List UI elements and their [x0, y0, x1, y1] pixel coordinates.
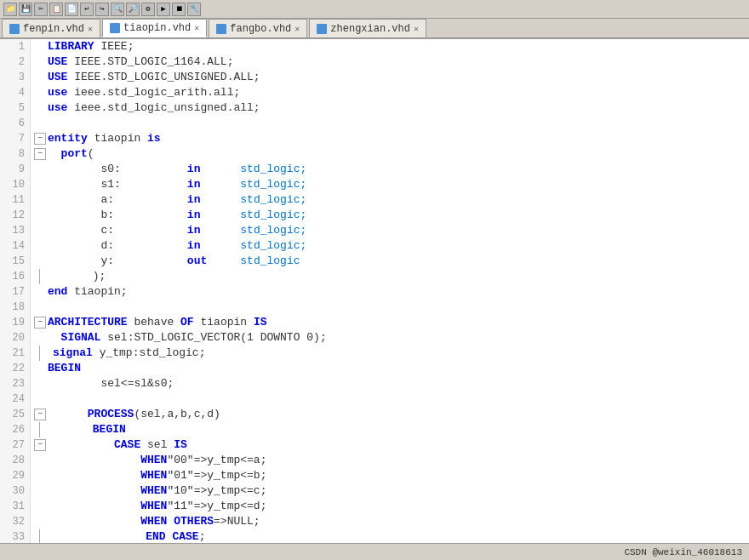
tab-close-button[interactable]: ✕: [414, 24, 419, 34]
line-number: 13: [0, 223, 30, 238]
code-line: LIBRARY IEEE;: [34, 39, 746, 54]
code-content: LIBRARY IEEE;: [48, 39, 134, 54]
code-content: WHEN OTHERS=>NULL;: [48, 514, 260, 529]
code-content: CASE sel IS: [48, 437, 187, 453]
code-line: USE IEEE.STD_LOGIC_1164.ALL;: [34, 54, 746, 70]
line-number: 8: [0, 146, 30, 162]
code-line: [34, 391, 746, 407]
tab-label: zhengxian.vhd: [330, 23, 410, 35]
line-number: 17: [0, 284, 30, 300]
line-number: 10: [0, 177, 30, 192]
line-number: 6: [0, 116, 30, 131]
tab-fangbo.vhd[interactable]: fangbo.vhd✕: [209, 19, 307, 37]
toolbar: 📁 💾 ✂ 📋 📄 ↩ ↪ 🔍 🔎 ⚙ ▶ ⏹ 🔧: [0, 0, 749, 19]
toolbar-icon-12[interactable]: ⏹: [172, 3, 186, 16]
code-content: USE IEEE.STD_LOGIC_1164.ALL;: [48, 54, 233, 70]
tab-close-button[interactable]: ✕: [194, 23, 199, 33]
toolbar-icon-3[interactable]: ✂: [34, 3, 48, 16]
toolbar-icon-2[interactable]: 💾: [19, 3, 32, 16]
line-number: 31: [0, 499, 30, 514]
toolbar-icon-7[interactable]: ↪: [95, 3, 109, 16]
line-number: 33: [0, 529, 30, 543]
fold-collapse-button[interactable]: −: [34, 409, 46, 420]
code-line: s1: in std_logic;: [34, 177, 746, 192]
statusbar: CSDN @weixin_46018613: [0, 543, 749, 560]
line-numbers: 1234567891011121314151617181920212223242…: [0, 39, 31, 543]
tabs-bar: fenpin.vhd✕tiaopin.vhd✕fangbo.vhd✕zhengx…: [0, 19, 749, 39]
code-line: c: in std_logic;: [34, 223, 746, 238]
toolbar-icon-1[interactable]: 📁: [3, 3, 17, 16]
code-line: [34, 300, 746, 315]
code-content: BEGIN: [53, 422, 126, 437]
code-content: SIGNAL sel:STD_LOGIC_VECTOR(1 DOWNTO 0);: [48, 330, 327, 346]
fold-collapse-button[interactable]: −: [34, 439, 46, 451]
code-content: ARCHITECTURE behave OF tiaopin IS: [48, 315, 267, 330]
tab-label: tiaopin.vhd: [123, 22, 191, 34]
code-content: END CASE;: [53, 529, 205, 543]
code-content: PROCESS(sel,a,b,c,d): [48, 407, 220, 422]
line-number: 20: [0, 330, 30, 346]
code-line: −ARCHITECTURE behave OF tiaopin IS: [34, 315, 746, 330]
code-content: port(: [48, 146, 94, 162]
code-content: BEGIN: [48, 361, 81, 376]
code-content: d: in std_logic;: [48, 238, 306, 254]
toolbar-icon-10[interactable]: ⚙: [141, 3, 155, 16]
line-number: 26: [0, 422, 30, 437]
line-number: 1: [0, 39, 30, 54]
code-line: BEGIN: [34, 361, 746, 376]
code-line: BEGIN: [34, 422, 746, 437]
code-content: b: in std_logic;: [48, 208, 306, 223]
code-content: entity tiaopin is: [48, 131, 161, 146]
tab-close-button[interactable]: ✕: [88, 24, 93, 34]
toolbar-icon-9[interactable]: 🔎: [126, 3, 140, 16]
code-line: use ieee.std_logic_unsigned.all;: [34, 100, 746, 116]
code-line: y: out std_logic: [34, 254, 746, 269]
toolbar-icon-11[interactable]: ▶: [157, 3, 170, 16]
toolbar-icon-6[interactable]: ↩: [80, 3, 94, 16]
line-number: 15: [0, 254, 30, 269]
line-number: 16: [0, 269, 30, 284]
line-number: 32: [0, 514, 30, 529]
code-line: use ieee.std_logic_arith.all;: [34, 85, 746, 100]
line-number: 12: [0, 208, 30, 223]
tab-file-icon: [317, 24, 327, 34]
code-content: WHEN"00"=>y_tmp<=a;: [48, 453, 266, 468]
code-line: WHEN"00"=>y_tmp<=a;: [34, 453, 746, 468]
fold-collapse-button[interactable]: −: [34, 148, 46, 160]
code-line: WHEN"10"=>y_tmp<=c;: [34, 483, 746, 499]
tab-file-icon: [9, 24, 20, 34]
tab-zhengxian.vhd[interactable]: zhengxian.vhd✕: [309, 19, 426, 37]
code-line: a: in std_logic;: [34, 192, 746, 208]
line-number: 25: [0, 407, 30, 422]
fold-collapse-button[interactable]: −: [34, 133, 46, 145]
line-number: 30: [0, 483, 30, 499]
tab-close-button[interactable]: ✕: [294, 24, 300, 34]
code-content: WHEN"01"=>y_tmp<=b;: [48, 468, 266, 483]
statusbar-text: CSDN @weixin_46018613: [624, 547, 742, 557]
tab-tiaopin.vhd[interactable]: tiaopin.vhd✕: [102, 19, 207, 37]
line-number: 5: [0, 100, 30, 116]
code-line: [34, 116, 746, 131]
fold-collapse-button[interactable]: −: [34, 317, 46, 329]
line-number: 21: [0, 346, 30, 361]
code-line: s0: in std_logic;: [34, 162, 746, 177]
line-number: 19: [0, 315, 30, 330]
code-content: );: [53, 269, 106, 284]
code-content: sel<=sl&s0;: [48, 376, 174, 391]
code-content: WHEN"10"=>y_tmp<=c;: [48, 483, 266, 499]
toolbar-icon-5[interactable]: 📄: [65, 3, 78, 16]
toolbar-icon-4[interactable]: 📋: [49, 3, 63, 16]
line-number: 11: [0, 192, 30, 208]
code-content: end tiaopin;: [48, 284, 128, 300]
toolbar-icon-13[interactable]: 🔧: [187, 3, 201, 16]
line-number: 22: [0, 361, 30, 376]
code-content: USE IEEE.STD_LOGIC_UNSIGNED.ALL;: [48, 70, 260, 85]
editor: 1234567891011121314151617181920212223242…: [0, 39, 749, 543]
toolbar-icon-8[interactable]: 🔍: [111, 3, 124, 16]
code-line: WHEN"11"=>y_tmp<=d;: [34, 499, 746, 514]
line-number: 3: [0, 70, 30, 85]
code-line: END CASE;: [34, 529, 746, 543]
fold-line: [39, 269, 51, 284]
fold-line: [39, 346, 51, 361]
tab-fenpin.vhd[interactable]: fenpin.vhd✕: [2, 19, 100, 37]
